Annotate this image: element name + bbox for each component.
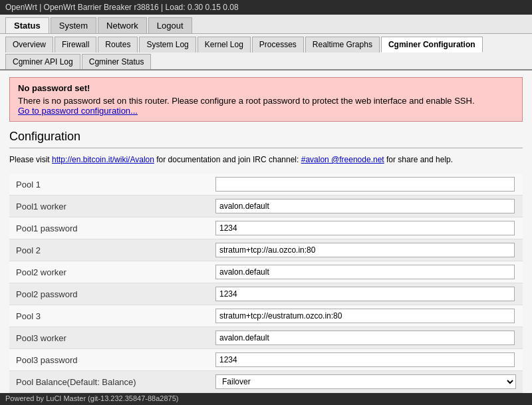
config-input-cell-pool1-worker bbox=[209, 196, 523, 217]
config-input-pool2-password[interactable] bbox=[215, 287, 515, 301]
sub-nav: OverviewFirewallRoutesSystem LogKernel L… bbox=[0, 34, 532, 70]
config-heading: Configuration bbox=[9, 130, 523, 148]
bottom-bar-text: Powered by LuCI Master (git-13.232.35847… bbox=[5, 394, 179, 402]
config-row-pool-balance: Pool Balance(Default: Balance)BalanceFai… bbox=[9, 371, 523, 393]
titlebar-text: OpenWrt | OpenWrt Barrier Breaker r38816… bbox=[5, 3, 239, 12]
warning-link[interactable]: Go to password configuration... bbox=[18, 106, 138, 116]
config-row-pool1-password: Pool1 password bbox=[9, 217, 523, 239]
config-input-cell-pool3-worker bbox=[209, 327, 523, 349]
sub-nav-tab-system-log[interactable]: System Log bbox=[139, 37, 196, 53]
sub-nav-tab-cgminer-api[interactable]: Cgminer API Log bbox=[5, 54, 80, 69]
sub-nav-tab-processes[interactable]: Processes bbox=[252, 37, 304, 53]
config-label-pool1: Pool 1 bbox=[9, 174, 209, 196]
main-nav-tab-logout[interactable]: Logout bbox=[148, 17, 192, 33]
config-section: Configuration Please visit http://en.bit… bbox=[9, 130, 523, 405]
config-row-pool1: Pool 1 bbox=[9, 174, 523, 196]
titlebar: OpenWrt | OpenWrt Barrier Breaker r38816… bbox=[0, 0, 532, 15]
config-row-pool1-worker: Pool1 worker bbox=[9, 196, 523, 217]
main-nav-tab-network[interactable]: Network bbox=[98, 17, 147, 33]
config-row-pool3: Pool 3 bbox=[9, 305, 523, 327]
desc-prefix: Please visit bbox=[9, 155, 52, 164]
config-label-pool2-worker: Pool2 worker bbox=[9, 261, 209, 283]
content: No password set! There is no password se… bbox=[0, 70, 532, 405]
desc-suffix: for share and help. bbox=[384, 155, 453, 164]
config-input-cell-pool-balance: BalanceFailoverRound Robin bbox=[209, 371, 523, 393]
sub-nav-tab-routes[interactable]: Routes bbox=[98, 37, 138, 53]
config-input-pool1-worker[interactable] bbox=[215, 199, 515, 213]
config-input-cell-pool2-worker bbox=[209, 261, 523, 283]
config-row-pool2-password: Pool2 password bbox=[9, 283, 523, 305]
config-row-pool3-worker: Pool3 worker bbox=[9, 327, 523, 349]
main-nav-tab-status[interactable]: Status bbox=[5, 17, 49, 33]
config-table: Pool 1Pool1 workerPool1 passwordPool 2Po… bbox=[9, 174, 523, 405]
config-input-cell-pool1 bbox=[209, 174, 523, 196]
config-input-pool1[interactable] bbox=[215, 177, 515, 192]
config-input-cell-pool1-password bbox=[209, 217, 523, 239]
desc-link1[interactable]: http://en.bitcoin.it/wiki/Avalon bbox=[52, 155, 154, 164]
config-input-cell-pool3 bbox=[209, 305, 523, 327]
sub-nav-tab-cgminer-status[interactable]: Cgminer Status bbox=[82, 54, 152, 69]
config-select-pool-balance[interactable]: BalanceFailoverRound Robin bbox=[215, 374, 516, 389]
warning-title: No password set! bbox=[18, 83, 514, 93]
sub-nav-tab-overview[interactable]: Overview bbox=[5, 37, 53, 53]
config-input-pool3[interactable] bbox=[215, 309, 515, 323]
config-label-pool2: Pool 2 bbox=[9, 239, 209, 261]
desc-link2[interactable]: #avalon @freenode.net bbox=[301, 155, 384, 164]
config-label-pool3-worker: Pool3 worker bbox=[9, 327, 209, 349]
main-nav-tab-system[interactable]: System bbox=[51, 17, 96, 33]
desc-middle: for documentation and join IRC channel: bbox=[154, 155, 301, 164]
config-label-pool3: Pool 3 bbox=[9, 305, 209, 327]
sub-nav-tab-firewall[interactable]: Firewall bbox=[55, 37, 96, 53]
config-input-pool1-password[interactable] bbox=[215, 221, 515, 235]
config-input-pool2-worker[interactable] bbox=[215, 265, 515, 279]
config-label-pool1-password: Pool1 password bbox=[9, 217, 209, 239]
description-line: Please visit http://en.bitcoin.it/wiki/A… bbox=[9, 155, 523, 164]
config-label-pool-balance: Pool Balance(Default: Balance) bbox=[9, 371, 209, 393]
config-row-pool3-password: Pool3 password bbox=[9, 349, 523, 371]
config-input-cell-pool2-password bbox=[209, 283, 523, 305]
config-input-pool2[interactable] bbox=[215, 243, 515, 257]
warning-box: No password set! There is no password se… bbox=[9, 77, 523, 122]
config-row-pool2: Pool 2 bbox=[9, 239, 523, 261]
config-input-pool3-worker[interactable] bbox=[215, 331, 515, 345]
main-nav: StatusSystemNetworkLogout bbox=[0, 15, 532, 34]
config-input-pool3-password[interactable] bbox=[215, 352, 515, 367]
config-label-pool3-password: Pool3 password bbox=[9, 349, 209, 371]
config-label-pool1-worker: Pool1 worker bbox=[9, 196, 209, 217]
bottom-bar: Powered by LuCI Master (git-13.232.35847… bbox=[0, 393, 532, 405]
sub-nav-tab-realtime-graphs[interactable]: Realtime Graphs bbox=[305, 37, 380, 53]
warning-message: There is no password set on this router.… bbox=[18, 96, 514, 106]
config-input-cell-pool3-password bbox=[209, 349, 523, 371]
sub-nav-tab-kernel-log[interactable]: Kernel Log bbox=[198, 37, 251, 53]
config-row-pool2-worker: Pool2 worker bbox=[9, 261, 523, 283]
config-input-cell-pool2 bbox=[209, 239, 523, 261]
sub-nav-tab-cgminer-config[interactable]: Cgminer Configuration bbox=[381, 37, 483, 53]
config-label-pool2-password: Pool2 password bbox=[9, 283, 209, 305]
